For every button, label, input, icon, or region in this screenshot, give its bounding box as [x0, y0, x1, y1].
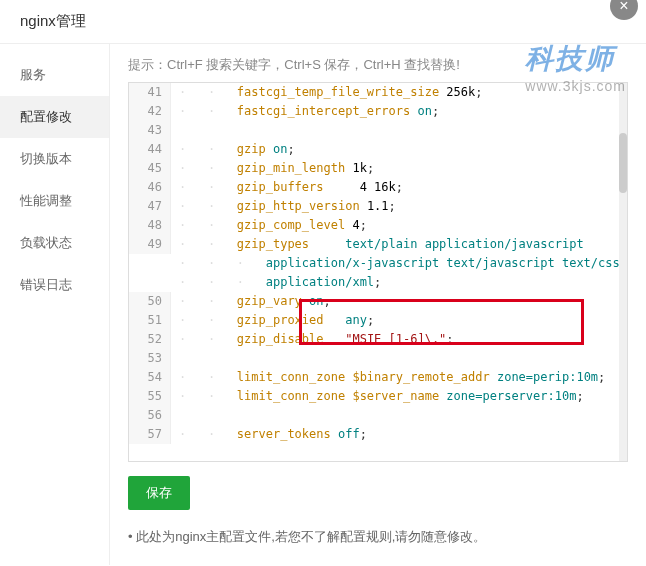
code-line[interactable]: 42· · fastcgi_intercept_errors on; [129, 102, 627, 121]
code-line[interactable]: 51· · gzip_proxied any; [129, 311, 627, 330]
editor-scrollbar[interactable] [619, 83, 627, 461]
code-line[interactable]: 56 [129, 406, 627, 425]
sidebar-item-performance[interactable]: 性能调整 [0, 180, 109, 222]
code-line[interactable]: 50· · gzip_vary on; [129, 292, 627, 311]
sidebar-item-service[interactable]: 服务 [0, 54, 109, 96]
line-number: 42 [129, 102, 171, 121]
code-line[interactable]: 49· · gzip_types text/plain application/… [129, 235, 627, 254]
code-line[interactable]: 45· · gzip_min_length 1k; [129, 159, 627, 178]
line-number: 45 [129, 159, 171, 178]
code-line[interactable]: · · · application/xml; [129, 273, 627, 292]
code-line[interactable]: 57· · server_tokens off; [129, 425, 627, 444]
line-number: 54 [129, 368, 171, 387]
sidebar-item-version[interactable]: 切换版本 [0, 138, 109, 180]
page-title: nginx管理 [20, 12, 626, 31]
note-text: 此处为nginx主配置文件,若您不了解配置规则,请勿随意修改。 [128, 528, 628, 546]
code-line[interactable]: 52· · gzip_disable "MSIE [1-6]\."; [129, 330, 627, 349]
line-number: 50 [129, 292, 171, 311]
code-line[interactable]: 43 [129, 121, 627, 140]
hint-text: 提示：Ctrl+F 搜索关键字，Ctrl+S 保存，Ctrl+H 查找替换! [128, 56, 628, 74]
main-panel: 提示：Ctrl+F 搜索关键字，Ctrl+S 保存，Ctrl+H 查找替换! 4… [110, 44, 646, 565]
line-number: 53 [129, 349, 171, 368]
code-line[interactable]: 41· · fastcgi_temp_file_write_size 256k; [129, 83, 627, 102]
code-line[interactable]: 47· · gzip_http_version 1.1; [129, 197, 627, 216]
code-line[interactable]: 54· · limit_conn_zone $binary_remote_add… [129, 368, 627, 387]
container: 服务 配置修改 切换版本 性能调整 负载状态 错误日志 提示：Ctrl+F 搜索… [0, 44, 646, 565]
code-line[interactable]: 44· · gzip on; [129, 140, 627, 159]
code-line[interactable]: 53 [129, 349, 627, 368]
line-number: 46 [129, 178, 171, 197]
sidebar: 服务 配置修改 切换版本 性能调整 负载状态 错误日志 [0, 44, 110, 565]
line-number: 44 [129, 140, 171, 159]
code-editor[interactable]: 41· · fastcgi_temp_file_write_size 256k;… [128, 82, 628, 462]
line-number: 47 [129, 197, 171, 216]
code-line[interactable]: 46· · gzip_buffers 4 16k; [129, 178, 627, 197]
code-line[interactable]: · · · application/x-javascript text/java… [129, 254, 627, 273]
line-number: 51 [129, 311, 171, 330]
save-button[interactable]: 保存 [128, 476, 190, 510]
sidebar-item-config[interactable]: 配置修改 [0, 96, 109, 138]
line-number: 52 [129, 330, 171, 349]
header: nginx管理 × [0, 0, 646, 44]
line-number: 43 [129, 121, 171, 140]
code-area[interactable]: 41· · fastcgi_temp_file_write_size 256k;… [129, 83, 627, 444]
line-number: 48 [129, 216, 171, 235]
line-number: 41 [129, 83, 171, 102]
line-number: 56 [129, 406, 171, 425]
code-line[interactable]: 48· · gzip_comp_level 4; [129, 216, 627, 235]
sidebar-item-errorlog[interactable]: 错误日志 [0, 264, 109, 306]
line-number: 57 [129, 425, 171, 444]
code-line[interactable]: 55· · limit_conn_zone $server_name zone=… [129, 387, 627, 406]
scrollbar-thumb[interactable] [619, 133, 627, 193]
sidebar-item-load[interactable]: 负载状态 [0, 222, 109, 264]
line-number: 55 [129, 387, 171, 406]
